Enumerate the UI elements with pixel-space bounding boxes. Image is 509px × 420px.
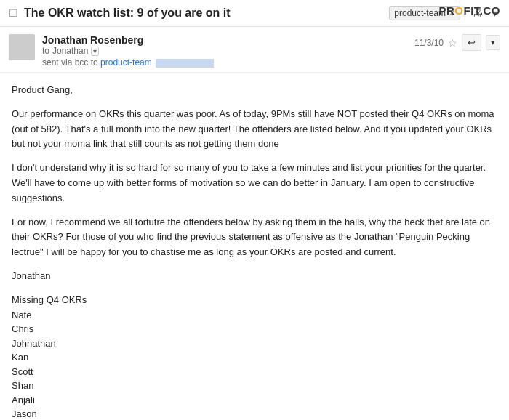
- email-more-button[interactable]: ▾: [486, 35, 500, 50]
- bcc-redacted: [156, 59, 214, 68]
- missing-list-item: Kan: [12, 350, 497, 365]
- paragraph-2: I don't understand why it is so hard for…: [12, 161, 497, 206]
- star-button[interactable]: ☆: [448, 37, 457, 49]
- email-meta: Jonathan Rosenberg to Jonathan ▾ sent vi…: [42, 34, 414, 68]
- sender-name: Jonathan Rosenberg: [42, 34, 414, 46]
- bcc-prefix: sent via bcc to: [42, 57, 98, 68]
- bcc-line: sent via bcc to product-team: [42, 57, 414, 68]
- reply-button[interactable]: ↩: [462, 34, 481, 51]
- greeting: Product Gang,: [12, 83, 497, 98]
- email-subject: The OKR watch list: 9 of you are on it: [24, 7, 389, 20]
- email-body: Product Gang, Our performance on OKRs th…: [0, 73, 509, 420]
- to-dropdown-button[interactable]: ▾: [91, 47, 99, 56]
- top-bar: ☐ The OKR watch list: 9 of you are on it…: [0, 0, 509, 27]
- missing-list-item: Jason: [12, 407, 497, 420]
- email-container: Jonathan Rosenberg to Jonathan ▾ sent vi…: [0, 27, 509, 420]
- bcc-link[interactable]: product-team: [100, 57, 152, 68]
- to-name: Jonathan: [52, 46, 88, 56]
- sender-avatar: [9, 34, 35, 60]
- missing-list-item: Scott: [12, 365, 497, 379]
- brand-prefix: PR: [438, 4, 454, 17]
- to-label: to: [42, 46, 49, 56]
- missing-list-item: Nate: [12, 308, 497, 323]
- brand-suffix: FIT.CO: [464, 4, 501, 17]
- sign-off: Jonathan: [12, 269, 497, 284]
- email-date-actions: 11/3/10 ☆ ↩ ▾: [414, 34, 500, 51]
- email-header: Jonathan Rosenberg to Jonathan ▾ sent vi…: [0, 27, 509, 73]
- paragraph-3: For now, I recommend we all tortutre the…: [12, 215, 497, 260]
- email-date: 11/3/10: [414, 38, 444, 48]
- paragraph-1: Our performance on OKRs this quarter was…: [12, 107, 497, 152]
- missing-list-item: Johnathan: [12, 336, 497, 351]
- tag-label: product-team: [394, 8, 446, 18]
- brand-accent: O: [454, 4, 463, 17]
- missing-names-container: NateChrisJohnathanKanScottShanAnjaliJaso…: [12, 308, 497, 420]
- missing-list-item: Shan: [12, 379, 497, 393]
- missing-list: Missing Q4 OKRs NateChrisJohnathanKanSco…: [12, 293, 497, 420]
- missing-list-item: Chris: [12, 322, 497, 336]
- to-line: to Jonathan ▾: [42, 46, 414, 56]
- label-icon: ☐: [9, 7, 18, 19]
- brand-logo: PROFIT.CO: [438, 4, 500, 17]
- missing-list-title: Missing Q4 OKRs: [12, 293, 497, 308]
- missing-list-item: Anjali: [12, 393, 497, 408]
